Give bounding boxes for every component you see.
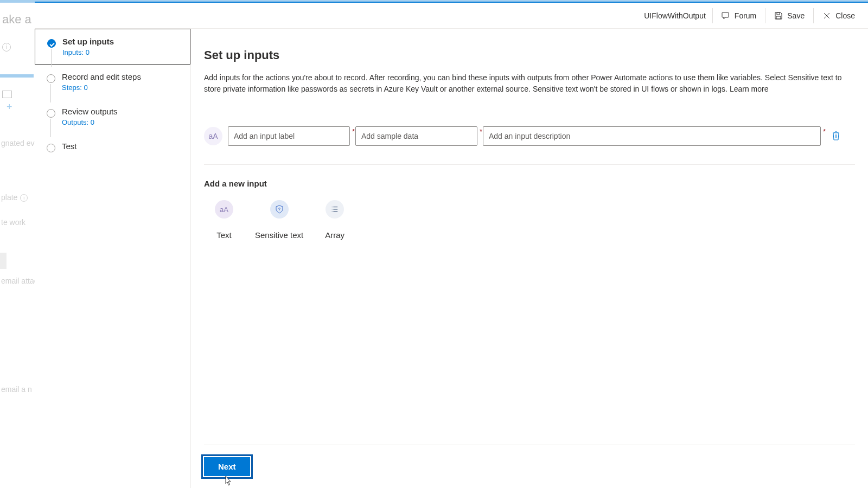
wizard-modal: UIFlowWithOutput Forum Save Close Set up… [35,2,868,488]
required-indicator: * [823,127,826,136]
step-record-edit[interactable]: Record and edit steps Steps: 0 [35,65,190,99]
shield-icon [270,200,289,219]
trash-icon [832,131,840,140]
list-icon [326,200,344,219]
input-type-array[interactable]: Array [325,200,344,240]
check-icon [47,39,56,48]
page-description: Add inputs for the actions you're about … [204,72,844,95]
info-icon: i [20,194,28,202]
step-test[interactable]: Test [35,134,190,158]
flow-name: UIFlowWithOutput [644,11,706,20]
learn-more-link[interactable]: Learn more [730,85,769,93]
save-button[interactable]: Save [765,5,813,27]
input-type-options: aA Text Sensitive text Array [204,200,855,240]
close-button[interactable]: Close [814,5,864,27]
input-type-text[interactable]: aA Text [215,200,233,240]
svg-rect-1 [777,12,780,15]
input-description-field[interactable] [483,126,821,146]
required-indicator: * [480,127,482,136]
input-definition-row: aA * * * [204,126,855,146]
add-new-input-heading: Add a new input [204,179,855,188]
step-review-outputs[interactable]: Review outputs Outputs: 0 [35,99,190,134]
svg-rect-2 [776,16,781,19]
save-icon [774,11,783,20]
forum-button[interactable]: Forum [713,5,765,27]
circle-icon [47,109,55,118]
page-title: Set up inputs [204,48,855,62]
next-button[interactable]: Next [204,457,250,476]
text-icon: aA [215,200,233,219]
modal-header: UIFlowWithOutput Forum Save Close [35,3,868,29]
input-label-field[interactable] [228,126,350,146]
wizard-steps-sidebar: Set up inputs Inputs: 0 Record and edit … [35,29,191,488]
delete-input-button[interactable] [828,127,844,145]
input-type-sensitive[interactable]: Sensitive text [255,200,303,240]
step-setup-inputs[interactable]: Set up inputs Inputs: 0 [35,29,190,65]
info-icon: i [2,43,11,52]
sample-data-field[interactable] [355,126,477,146]
text-type-icon: aA [204,127,222,145]
svg-point-7 [278,208,279,209]
close-icon [822,11,831,20]
required-indicator: * [352,127,355,136]
circle-icon [47,74,55,83]
chat-icon [722,11,730,20]
circle-icon [47,144,55,152]
wizard-content: Set up inputs Add inputs for the actions… [191,29,868,488]
wizard-footer: Next [204,445,855,488]
svg-rect-0 [722,12,729,17]
